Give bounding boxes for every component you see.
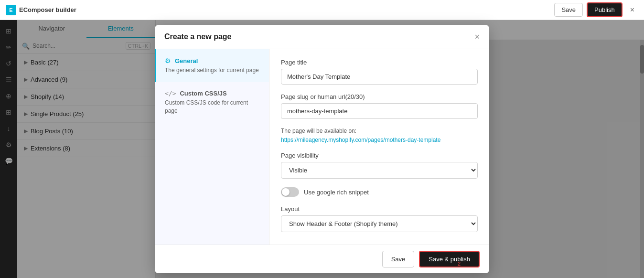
page-url-link[interactable]: https://mileagency.myshopify.com/pages/m… (281, 137, 440, 143)
layout-label: Layout (281, 205, 478, 213)
page-title-label: Page title (281, 59, 478, 66)
create-page-modal: Create a new page × ⚙ General The genera… (155, 25, 489, 273)
app-title: EComposer builder (19, 6, 76, 13)
page-slug-input[interactable] (281, 103, 478, 119)
badge-number: 2 (458, 261, 461, 267)
page-visibility-select[interactable]: Visible Hidden (281, 162, 478, 179)
page-visibility-label: Page visibility (281, 152, 478, 159)
modal-footer: Save Save & publish 2 Save data & publis… (155, 245, 489, 273)
sidebar-item-general-header: ⚙ General (165, 57, 260, 64)
sidebar-item-general-desc: The general settings for current page (165, 66, 260, 75)
save-button[interactable]: Save (554, 3, 583, 17)
publish-button[interactable]: Publish (587, 2, 623, 17)
toggle-knob (282, 188, 290, 196)
modal-close-button[interactable]: × (474, 32, 480, 41)
google-snippet-toggle[interactable] (281, 187, 299, 197)
google-snippet-label: Use google rich snippet (304, 189, 369, 196)
topbar: E EComposer builder Save Publish × (0, 0, 644, 20)
form-group-layout: Layout Show Header & Footer (Shopify the… (281, 205, 478, 232)
form-group-visibility: Page visibility Visible Hidden (281, 152, 478, 179)
close-button[interactable]: × (626, 4, 638, 16)
sidebar-item-css-desc: Custom CSS/JS code for current page (165, 99, 260, 115)
sidebar-item-css-js[interactable]: </> Custom CSS/JS Custom CSS/JS code for… (155, 82, 269, 123)
layout-select[interactable]: Show Header & Footer (Shopify theme) Ful… (281, 215, 478, 232)
modal-title: Create a new page (164, 32, 232, 41)
modal-form: Page title Page slug or human url(20/30)… (269, 49, 489, 245)
form-group-page-url: The page will be available on: https://m… (281, 128, 478, 143)
form-group-page-title: Page title (281, 59, 478, 85)
sidebar-item-css-header: </> Custom CSS/JS (165, 90, 260, 97)
sidebar-item-general[interactable]: ⚙ General The general settings for curre… (155, 49, 269, 82)
sidebar-item-css-title: Custom CSS/JS (180, 90, 226, 97)
logo-icon: E (6, 5, 16, 15)
modal-save-publish-button[interactable]: Save & publish (419, 251, 480, 267)
modal-header: Create a new page × (155, 25, 489, 49)
form-group-page-slug: Page slug or human url(20/30) (281, 93, 478, 119)
code-icon: </> (165, 90, 176, 97)
modal-sidebar: ⚙ General The general settings for curre… (155, 49, 269, 245)
form-group-snippet: Use google rich snippet (281, 187, 478, 197)
modal-body: ⚙ General The general settings for curre… (155, 49, 489, 245)
page-title-input[interactable] (281, 69, 478, 85)
sidebar-item-general-title: General (175, 57, 198, 64)
page-url-hint: The page will be available on: (281, 128, 478, 134)
gear-icon: ⚙ (165, 57, 171, 64)
page-slug-label: Page slug or human url(20/30) (281, 93, 478, 100)
modal-save-button[interactable]: Save (382, 251, 415, 267)
app-logo: E EComposer builder (6, 5, 76, 15)
topbar-actions: Save Publish × (554, 2, 638, 17)
modal-overlay: Create a new page × ⚙ General The genera… (0, 20, 644, 278)
